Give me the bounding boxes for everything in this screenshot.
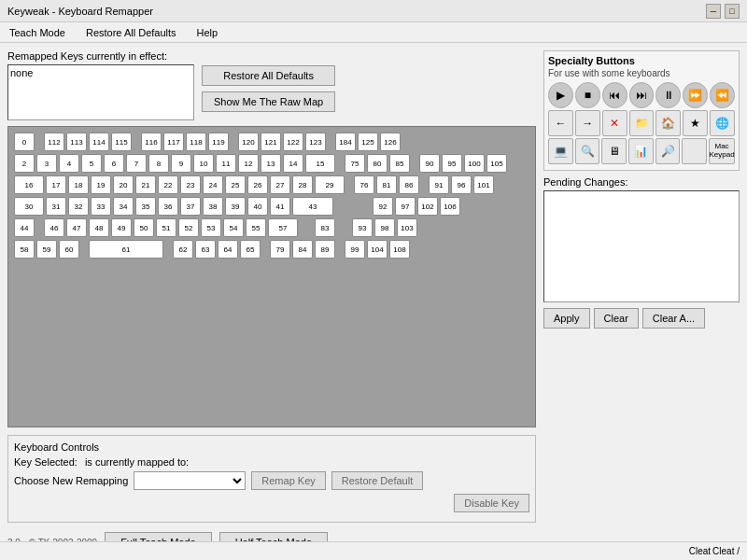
key-22[interactable]: 22 [158, 175, 178, 194]
key-14[interactable]: 14 [283, 154, 303, 173]
key-123[interactable]: 123 [305, 133, 326, 151]
specialty-icon-close[interactable]: ✕ [602, 110, 627, 136]
key-96[interactable]: 96 [451, 175, 472, 194]
key-7[interactable]: 7 [126, 154, 147, 173]
key-91[interactable]: 91 [429, 175, 449, 194]
key-55[interactable]: 55 [246, 218, 266, 237]
key-53[interactable]: 53 [201, 218, 221, 237]
key-116[interactable]: 116 [141, 133, 162, 151]
key-40[interactable]: 40 [247, 197, 268, 216]
key-16[interactable]: 16 [14, 175, 44, 194]
specialty-icon-fav[interactable]: ★ [683, 110, 708, 136]
key-23[interactable]: 23 [180, 175, 201, 194]
key-92[interactable]: 92 [373, 197, 393, 216]
key-102[interactable]: 102 [417, 197, 438, 216]
key-10[interactable]: 10 [193, 154, 214, 173]
key-27[interactable]: 27 [270, 175, 290, 194]
key-112[interactable]: 112 [44, 133, 64, 151]
key-108[interactable]: 108 [389, 240, 410, 259]
key-30[interactable]: 30 [14, 197, 44, 216]
key-29[interactable]: 29 [315, 175, 345, 194]
key-8[interactable]: 8 [148, 154, 169, 173]
minimize-button[interactable]: ─ [706, 4, 721, 19]
key-48[interactable]: 48 [89, 218, 109, 237]
specialty-icon-blank[interactable] [682, 138, 707, 164]
key-19[interactable]: 19 [91, 175, 111, 194]
key-34[interactable]: 34 [113, 197, 134, 216]
specialty-icon-pause[interactable]: ⏸ [655, 82, 681, 108]
key-65[interactable]: 65 [240, 240, 261, 259]
restore-default-button[interactable]: Restore Default [331, 471, 423, 490]
key-50[interactable]: 50 [134, 218, 154, 237]
key-114[interactable]: 114 [89, 133, 109, 151]
key-39[interactable]: 39 [225, 197, 246, 216]
specialty-icon-web[interactable]: 🌐 [710, 110, 735, 136]
specialty-icon-next[interactable]: ⏭ [629, 82, 655, 108]
specialty-icon-rw[interactable]: ⏪ [710, 82, 735, 108]
key-52[interactable]: 52 [178, 218, 199, 237]
key-51[interactable]: 51 [156, 218, 176, 237]
key-4[interactable]: 4 [59, 154, 79, 173]
key-80[interactable]: 80 [367, 154, 388, 173]
key-122[interactable]: 122 [283, 133, 303, 151]
key-86[interactable]: 86 [399, 175, 419, 194]
disable-key-button[interactable]: Disable Key [454, 494, 529, 512]
clear-all-button[interactable]: Clear A... [642, 308, 705, 329]
key-105[interactable]: 105 [486, 154, 507, 173]
key-75[interactable]: 75 [345, 154, 365, 173]
specialty-icon-back[interactable]: ← [548, 110, 573, 136]
menu-restore-defaults[interactable]: Restore All Defaults [80, 25, 182, 40]
maximize-button[interactable]: □ [725, 4, 740, 19]
key-113[interactable]: 113 [66, 133, 87, 151]
key-184[interactable]: 184 [335, 133, 356, 151]
show-raw-map-button[interactable]: Show Me The Raw Map [202, 91, 335, 112]
key-106[interactable]: 106 [440, 197, 460, 216]
specialty-icon-magnify[interactable]: 🔎 [655, 138, 681, 164]
specialty-icon-forward[interactable]: → [575, 110, 600, 136]
key-85[interactable]: 85 [389, 154, 410, 173]
key-57[interactable]: 57 [268, 218, 298, 237]
key-79[interactable]: 79 [270, 240, 290, 259]
specialty-icon-folder[interactable]: 📁 [629, 110, 655, 136]
key-12[interactable]: 12 [238, 154, 259, 173]
key-2[interactable]: 2 [14, 154, 35, 173]
key-61-space[interactable]: 61 [89, 240, 163, 259]
key-5[interactable]: 5 [81, 154, 102, 173]
key-60[interactable]: 60 [59, 240, 79, 259]
specialty-icon-chart[interactable]: 📊 [628, 138, 654, 164]
key-62[interactable]: 62 [173, 240, 193, 259]
restore-all-defaults-button[interactable]: Restore All Defaults [202, 65, 335, 86]
key-37[interactable]: 37 [180, 197, 201, 216]
specialty-icon-monitor[interactable]: 🖥 [601, 138, 627, 164]
key-64[interactable]: 64 [218, 240, 238, 259]
specialty-icon-stop[interactable]: ■ [575, 82, 600, 108]
key-20[interactable]: 20 [113, 175, 134, 194]
specialty-icon-home[interactable]: 🏠 [655, 110, 681, 136]
remapping-dropdown[interactable] [134, 471, 246, 490]
key-115[interactable]: 115 [111, 133, 132, 151]
key-119[interactable]: 119 [208, 133, 229, 151]
key-104[interactable]: 104 [367, 240, 388, 259]
key-46[interactable]: 46 [44, 218, 64, 237]
key-25[interactable]: 25 [225, 175, 246, 194]
specialty-icon-mac-keypad[interactable]: Mac Keypad [709, 138, 735, 164]
key-97[interactable]: 97 [395, 197, 416, 216]
key-117[interactable]: 117 [163, 133, 184, 151]
key-90[interactable]: 90 [419, 154, 440, 173]
key-59[interactable]: 59 [36, 240, 57, 259]
key-43[interactable]: 43 [292, 197, 333, 216]
key-125[interactable]: 125 [358, 133, 378, 151]
key-98[interactable]: 98 [374, 218, 395, 237]
key-9[interactable]: 9 [171, 154, 191, 173]
menu-help[interactable]: Help [191, 25, 224, 40]
key-18[interactable]: 18 [68, 175, 89, 194]
key-63[interactable]: 63 [195, 240, 216, 259]
key-84[interactable]: 84 [292, 240, 313, 259]
key-13[interactable]: 13 [261, 154, 281, 173]
key-81[interactable]: 81 [376, 175, 397, 194]
key-83[interactable]: 83 [315, 218, 335, 237]
key-33[interactable]: 33 [91, 197, 111, 216]
specialty-icon-prev[interactable]: ⏮ [602, 82, 627, 108]
key-26[interactable]: 26 [247, 175, 268, 194]
key-32[interactable]: 32 [68, 197, 89, 216]
